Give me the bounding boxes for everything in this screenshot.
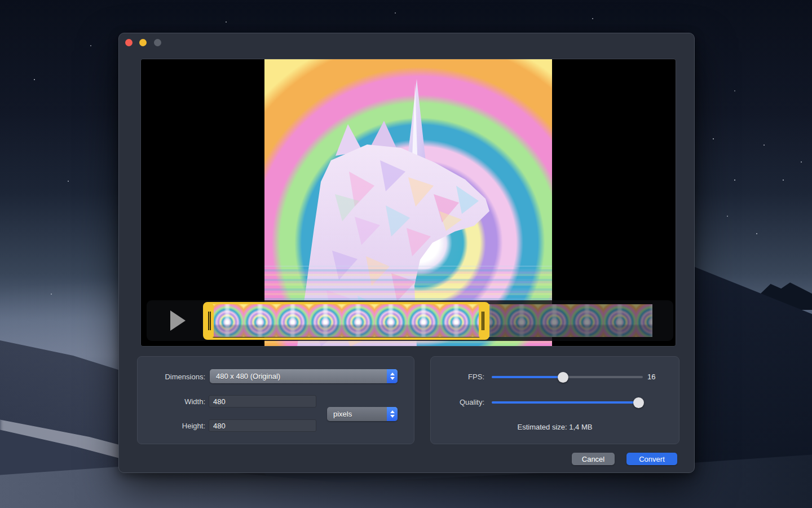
fps-slider-fill [492,376,563,378]
play-icon [170,310,186,331]
unit-popup[interactable]: pixels [327,407,398,421]
quality-slider-fill [492,401,638,404]
gif-converter-window: Dimensions: 480 x 480 (Original) Width: … [118,33,695,473]
popup-stepper-icon [387,369,398,383]
star [713,138,714,139]
trim-selection[interactable] [203,302,489,340]
quality-slider[interactable] [492,397,643,408]
minimize-window-button[interactable] [139,39,147,46]
chevron-up-icon [390,410,395,413]
star [801,161,802,163]
trim-handle-right[interactable] [479,304,487,338]
width-label: Width: [147,397,205,406]
play-button[interactable] [147,300,207,341]
convert-button[interactable]: Convert [626,453,677,465]
star [734,90,735,91]
quality-slider-knob[interactable] [633,397,644,408]
star [592,18,593,19]
fps-value: 16 [647,373,673,381]
estimated-size-text: Estimated size: 1,4 MB [431,423,679,431]
star [395,12,396,14]
star [68,181,69,182]
star [34,79,35,80]
star [51,294,52,295]
titlebar[interactable] [119,33,694,50]
popup-stepper-icon [387,407,398,421]
filmstrip-unselected-overlay [489,304,652,337]
star [783,179,784,181]
dimensions-label: Dimensions: [147,373,205,381]
chevron-up-icon [390,373,395,375]
dimensions-panel: Dimensions: 480 x 480 (Original) Width: … [137,356,414,444]
cancel-button[interactable]: Cancel [572,453,615,465]
fps-slider[interactable] [492,371,643,383]
height-label: Height: [147,422,205,430]
star [734,179,735,181]
dimensions-popup[interactable]: 480 x 480 (Original) [210,369,398,383]
height-input[interactable] [209,419,316,432]
output-panel: FPS: 16 Quality: Estimated size: 1,4 MB [430,356,679,444]
star [764,144,765,146]
trim-grip-icon [482,312,484,330]
video-preview-area [140,59,676,347]
dimensions-popup-value: 480 x 480 (Original) [210,372,387,380]
zoom-window-button-disabled [154,39,161,46]
timeline-bar [147,300,673,341]
unit-popup-value: pixels [327,410,387,418]
fps-slider-knob[interactable] [558,372,568,383]
trim-grip-icon [208,312,211,330]
fps-label: FPS: [445,373,484,381]
star [727,216,728,217]
trim-handle-left[interactable] [205,304,214,338]
chevron-down-icon [390,377,395,380]
star [756,233,757,234]
close-window-button[interactable] [125,39,133,46]
star [226,21,227,23]
quality-label: Quality: [445,398,484,406]
chevron-down-icon [390,415,395,418]
width-input[interactable] [209,395,316,408]
star [90,45,91,46]
